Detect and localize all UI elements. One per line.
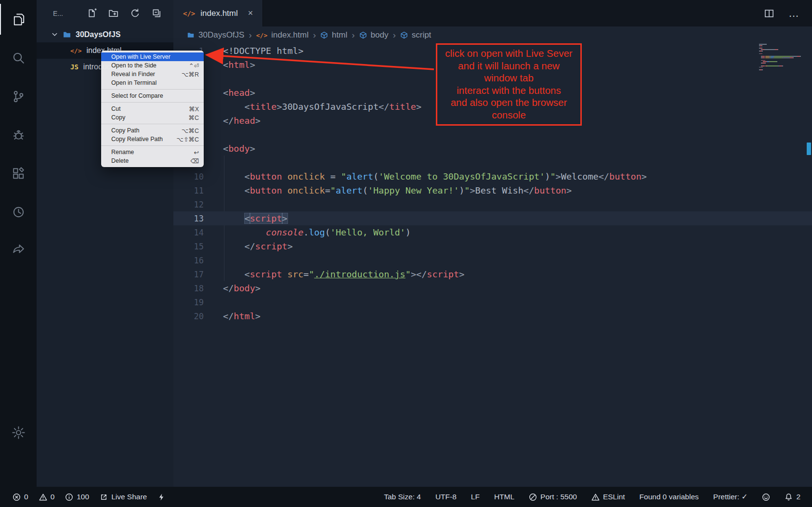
line-number[interactable]: 16 xyxy=(173,256,204,265)
menu-item-copy-path[interactable]: Copy Path⌥⌘C xyxy=(101,126,204,135)
folder-icon xyxy=(63,30,71,39)
status-item-feedback[interactable] xyxy=(762,493,770,501)
menu-item-label: Delete xyxy=(111,157,129,164)
explorer-icon xyxy=(12,12,26,27)
menu-item-cut[interactable]: Cut⌘X xyxy=(101,104,204,113)
minimap[interactable] xyxy=(759,44,805,71)
menu-item-open-in-terminal[interactable]: Open in Terminal xyxy=(101,78,204,87)
breadcrumb-item-script[interactable]: script xyxy=(400,30,432,40)
status-item-prettier[interactable]: Prettier: ✓ xyxy=(713,493,748,501)
split-editor-icon[interactable] xyxy=(764,9,774,18)
line-number[interactable]: 19 xyxy=(173,298,204,307)
status-item-eslint[interactable]: ESLint xyxy=(591,493,625,501)
code-line-15[interactable]: 15 </script> xyxy=(173,239,812,253)
breadcrumb-item-body[interactable]: body xyxy=(359,30,389,40)
editor-actions: … xyxy=(764,0,812,26)
source-control-icon xyxy=(11,89,26,104)
minimap-line xyxy=(759,67,805,68)
line-number[interactable]: 14 xyxy=(173,228,204,237)
code-line-18[interactable]: 18</body> xyxy=(173,281,812,295)
menu-item-label: Copy Path xyxy=(111,127,139,134)
breadcrumb-item-html[interactable]: html xyxy=(320,30,347,40)
explorer-root-folder[interactable]: 30DaysOfJS xyxy=(37,26,173,42)
activity-item-explorer[interactable] xyxy=(0,4,37,35)
activity-item-settings[interactable] xyxy=(0,417,37,448)
code-text: <!DOCTYPE html> xyxy=(204,46,303,56)
status-item-language-mode[interactable]: HTML xyxy=(494,493,514,501)
status-item-zap[interactable] xyxy=(157,493,166,501)
code-text: <script> xyxy=(204,213,288,223)
close-icon[interactable]: × xyxy=(248,8,253,18)
activity-item-history[interactable] xyxy=(0,196,37,227)
status-item-notifications[interactable]: 2 xyxy=(785,493,800,501)
line-number[interactable]: 11 xyxy=(173,186,204,195)
activity-item-source-control[interactable] xyxy=(0,81,37,112)
code-line-7[interactable]: 7 xyxy=(173,128,812,142)
line-number[interactable]: 17 xyxy=(173,270,204,279)
code-line-20[interactable]: 20</html> xyxy=(173,309,812,323)
new-file-icon[interactable] xyxy=(87,8,97,18)
code-line-14[interactable]: 14 console.log('Hello, World') xyxy=(173,225,812,239)
annotation-line: interact with the buttons xyxy=(438,84,579,97)
code-line-10[interactable]: 10 <button onclick = "alert('Welcome to … xyxy=(173,169,812,183)
line-number[interactable]: 15 xyxy=(173,242,204,251)
bug-icon xyxy=(11,128,26,143)
menu-item-label: Rename xyxy=(111,149,134,156)
code-text: </body> xyxy=(204,283,261,293)
code-line-17[interactable]: 17 <script src="./introduction.js"></scr… xyxy=(173,267,812,281)
status-item-variables[interactable]: Found 0 variables xyxy=(640,493,699,501)
status-item-info[interactable]: 100 xyxy=(65,493,89,501)
status-label: Found 0 variables xyxy=(640,493,699,501)
activity-item-live-share[interactable] xyxy=(0,235,37,266)
menu-item-select-for-compare[interactable]: Select for Compare xyxy=(101,91,204,100)
status-item-encoding[interactable]: UTF-8 xyxy=(435,493,457,501)
line-number[interactable]: 20 xyxy=(173,312,204,321)
breadcrumb-item-30daysofjs[interactable]: 30DaysOfJS xyxy=(187,30,244,40)
menu-item-delete[interactable]: Delete⌫ xyxy=(101,156,204,165)
code-line-11[interactable]: 11 <button onclick="alert('Happy New Yea… xyxy=(173,183,812,197)
collapse-all-icon[interactable] xyxy=(152,8,162,18)
status-item-live-share[interactable]: Live Share xyxy=(100,493,147,501)
menu-item-copy-relative-path[interactable]: Copy Relative Path⌥⇧⌘C xyxy=(101,135,204,143)
new-folder-icon[interactable] xyxy=(108,8,118,18)
tab-label: index.html xyxy=(200,9,237,18)
vscode-window: E... 30DaysOfJS </> index.html JS introd… xyxy=(0,0,812,507)
folder-icon xyxy=(187,31,195,39)
status-item-tab-size[interactable]: Tab Size: 4 xyxy=(384,493,421,501)
overview-ruler-decoration xyxy=(807,143,811,155)
status-label: Prettier: ✓ xyxy=(713,493,748,501)
menu-item-open-with-live-server[interactable]: Open with Live Server xyxy=(101,52,204,61)
status-item-warnings[interactable]: 0 xyxy=(39,493,55,501)
code-line-13[interactable]: 13 <script> xyxy=(173,211,812,225)
line-number[interactable]: 10 xyxy=(173,172,204,182)
activity-item-search[interactable] xyxy=(0,42,37,73)
status-bar-left: 00100Live Share xyxy=(0,493,166,501)
menu-divider xyxy=(101,102,204,103)
minimap-line xyxy=(759,57,805,58)
code-line-9[interactable]: 9 xyxy=(173,156,812,169)
status-item-errors[interactable]: 0 xyxy=(13,493,28,501)
minimap-line xyxy=(759,49,805,50)
line-number[interactable]: 12 xyxy=(173,200,204,209)
code-line-12[interactable]: 12 xyxy=(173,197,812,211)
line-number[interactable]: 13 xyxy=(173,214,204,223)
context-menu: Open with Live ServerOpen to the Side⌃⏎R… xyxy=(101,51,204,167)
status-item-port[interactable]: Port : 5500 xyxy=(529,493,577,501)
refresh-icon[interactable] xyxy=(130,8,140,18)
code-line-19[interactable]: 19 xyxy=(173,295,812,309)
editor-tab-index-html[interactable]: </> index.html × xyxy=(173,0,263,26)
activity-item-run-debug[interactable] xyxy=(0,119,37,150)
more-actions-icon[interactable]: … xyxy=(788,7,799,20)
breadcrumb-item-index-html[interactable]: </>index.html xyxy=(256,30,309,40)
code-line-8[interactable]: 8<body> xyxy=(173,142,812,156)
menu-item-copy[interactable]: Copy⌘C xyxy=(101,113,204,122)
status-item-eol[interactable]: LF xyxy=(471,493,480,501)
code-line-16[interactable]: 16 xyxy=(173,253,812,267)
menu-item-open-to-the-side[interactable]: Open to the Side⌃⏎ xyxy=(101,61,204,70)
symbol-cube-icon xyxy=(400,31,408,39)
minimap-line xyxy=(759,65,805,66)
activity-item-extensions[interactable] xyxy=(0,158,37,189)
menu-item-rename[interactable]: Rename↩ xyxy=(101,148,204,156)
line-number[interactable]: 18 xyxy=(173,284,204,293)
menu-item-reveal-in-finder[interactable]: Reveal in Finder⌥⌘R xyxy=(101,70,204,78)
